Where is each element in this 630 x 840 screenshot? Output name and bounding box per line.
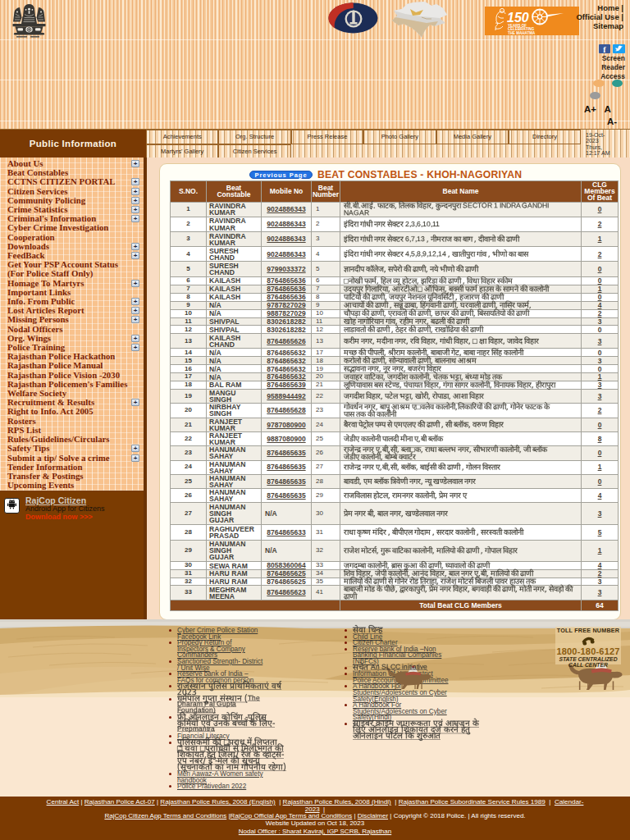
svg-text:150: 150 <box>507 11 529 25</box>
svg-text:THE MAHATMA: THE MAHATMA <box>508 31 536 35</box>
